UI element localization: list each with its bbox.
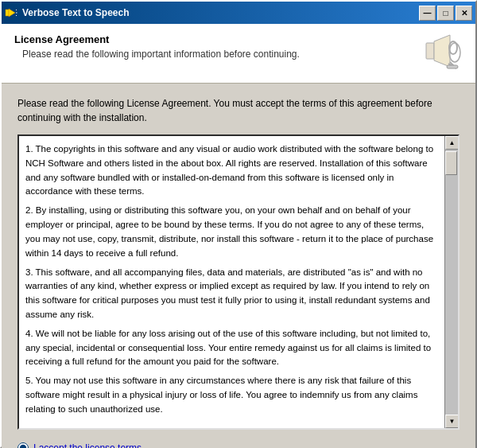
minimize-button[interactable]: —: [419, 6, 436, 21]
svg-rect-0: [6, 10, 9, 16]
license-para-2: 2. By installing, using or distributing …: [25, 204, 438, 260]
license-text-content[interactable]: 1. The copyrights in this software and a…: [19, 136, 444, 428]
close-button[interactable]: ✕: [456, 6, 472, 21]
scroll-thumb[interactable]: [445, 151, 457, 175]
license-scrollbar: ▲ ▼: [444, 136, 458, 428]
window-title: Verbose Text to Speech: [22, 7, 419, 18]
main-window: Verbose Text to Speech — □ ✕ License Agr…: [0, 0, 477, 448]
license-para-3: 3. This software, and all accompanying f…: [25, 266, 438, 322]
radio-section: I accept the license terms I do not acce…: [17, 439, 460, 448]
scroll-up-button[interactable]: ▲: [445, 136, 459, 150]
svg-line-2: [16, 10, 17, 10]
header-icon: [425, 33, 463, 72]
svg-rect-5: [426, 43, 434, 59]
license-para-1: 1. The copyrights in this software and a…: [25, 142, 438, 199]
scroll-track[interactable]: [445, 150, 458, 415]
header-section: License Agreement Please read the follow…: [2, 24, 475, 84]
app-icon: [5, 6, 17, 19]
svg-marker-6: [434, 35, 450, 67]
license-box: 1. The copyrights in this software and a…: [17, 134, 460, 430]
header-subtitle: Please read the following important info…: [22, 49, 415, 60]
body-section: Please read the following License Agreem…: [2, 84, 475, 448]
license-para-5: 5. You may not use this software in any …: [25, 374, 438, 416]
accept-radio-label: I accept the license terms: [33, 442, 142, 448]
license-para-4: 4. We will not be liable for any loss ar…: [25, 327, 438, 369]
svg-marker-1: [9, 9, 15, 17]
title-bar: Verbose Text to Speech — □ ✕: [2, 2, 475, 24]
scroll-down-button[interactable]: ▼: [445, 415, 459, 428]
svg-rect-11: [447, 65, 458, 68]
description-text: Please read the following License Agreem…: [17, 96, 460, 125]
maximize-button[interactable]: □: [437, 6, 454, 21]
accept-radio[interactable]: [17, 442, 29, 448]
accept-radio-item[interactable]: I accept the license terms: [17, 442, 460, 448]
window-controls: — □ ✕: [419, 6, 472, 21]
svg-line-4: [16, 15, 17, 16]
header-title: License Agreement: [14, 33, 415, 45]
header-text-block: License Agreement Please read the follow…: [14, 33, 415, 60]
